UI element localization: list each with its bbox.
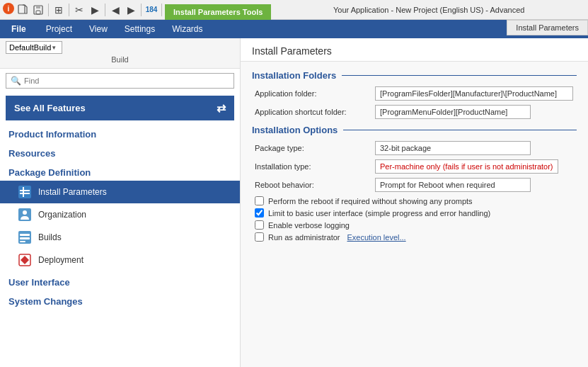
grid-icon[interactable]: ⊞	[52, 3, 66, 17]
search-input[interactable]	[24, 77, 229, 85]
app-folder-input[interactable]	[375, 86, 573, 101]
package-type-row: Package type: 32-bit package	[252, 141, 577, 155]
app-folder-label: Application folder:	[255, 89, 375, 98]
svg-rect-15	[20, 241, 25, 242]
build-dropdown-value: DefaultBuild	[9, 43, 51, 52]
install-type-value: Per-machine only (fails if user is not a…	[375, 159, 558, 174]
checkbox-basic-ui: Limit to basic user interface (simple pr…	[255, 208, 574, 218]
back-icon[interactable]: ◀	[108, 3, 122, 17]
svg-rect-4	[36, 6, 40, 9]
app-logo: i	[3, 3, 14, 16]
transfer-icon: ⇄	[217, 101, 226, 115]
menu-wizards[interactable]: Wizards	[163, 20, 211, 38]
reboot-value: Prompt for Reboot when required	[375, 178, 531, 192]
installation-options-title: Installation Options	[252, 125, 577, 135]
deployment-label: Deployment	[38, 255, 83, 265]
content-header: Install Parameters	[241, 38, 588, 62]
see-all-features-button[interactable]: See All Features ⇄	[6, 96, 234, 120]
checkbox-run-as-admin-input[interactable]	[255, 232, 264, 242]
build-label: Build	[6, 54, 234, 65]
build-section: DefaultBuild ▼ Build	[0, 38, 240, 69]
section-system-changes[interactable]: System Changes	[0, 290, 240, 310]
app-shortcut-input[interactable]	[375, 105, 531, 119]
checkbox-run-as-admin-label: Run as administrator	[268, 233, 340, 242]
number-icon[interactable]: 184	[144, 3, 158, 17]
menu-bar: File Project View Settings Wizards Insta…	[0, 20, 588, 38]
organization-icon	[17, 207, 33, 222]
install-parameters-label: Install Parameters	[38, 187, 107, 197]
app-shortcut-row: Application shortcut folder:	[252, 105, 577, 119]
sep1	[48, 4, 49, 16]
sep5	[161, 4, 162, 16]
builds-label: Builds	[38, 232, 62, 242]
section-user-interface[interactable]: User Interface	[0, 271, 240, 290]
installation-folders-section: Installation Folders Application folder:…	[252, 70, 577, 119]
sep2	[69, 4, 69, 16]
app-shortcut-label: Application shortcut folder:	[255, 108, 375, 116]
save-icon[interactable]	[31, 3, 45, 17]
main-layout: DefaultBuild ▼ Build 🔍 See All Features …	[0, 38, 588, 367]
package-type-value: 32-bit package	[375, 141, 531, 155]
section-product-information[interactable]: Product Information	[0, 123, 240, 142]
search-box[interactable]: 🔍	[6, 73, 234, 89]
nav-item-organization[interactable]: Organization	[0, 203, 240, 226]
organization-label: Organization	[38, 210, 86, 220]
section-resources[interactable]: Resources	[0, 142, 240, 162]
menu-settings[interactable]: Settings	[116, 20, 163, 38]
checkbox-verbose-label: Enable verbose logging	[268, 221, 350, 230]
svg-text:i: i	[8, 5, 10, 13]
build-dropdown[interactable]: DefaultBuild ▼	[6, 41, 62, 54]
app-folder-row: Application folder:	[252, 86, 577, 101]
reboot-row: Reboot behavior: Prompt for Reboot when …	[252, 178, 577, 192]
installation-folders-title: Installation Folders	[252, 70, 577, 81]
sidebar: DefaultBuild ▼ Build 🔍 See All Features …	[0, 38, 241, 367]
reboot-label: Reboot behavior:	[255, 181, 375, 189]
svg-rect-5	[36, 11, 40, 14]
menu-project[interactable]: Project	[38, 20, 81, 38]
see-all-features-label: See All Features	[14, 103, 86, 113]
tab-install-parameters-tools[interactable]: Install Parameters Tools	[165, 4, 271, 20]
menu-file[interactable]: File	[0, 20, 38, 38]
installation-options-section: Installation Options Package type: 32-bi…	[252, 125, 577, 242]
svg-point-11	[23, 210, 27, 215]
svg-rect-2	[18, 5, 25, 13]
checkbox-reboot-silent-label: Perform the reboot if required without s…	[268, 197, 473, 205]
checkbox-basic-ui-input[interactable]	[255, 208, 264, 218]
svg-rect-6	[18, 186, 31, 198]
menu-view[interactable]: View	[81, 20, 116, 38]
nav-item-deployment[interactable]: Deployment	[0, 249, 240, 271]
sep3	[105, 4, 105, 16]
install-type-row: Installation type: Per-machine only (fai…	[252, 159, 577, 174]
search-icon: 🔍	[11, 76, 21, 86]
cut-icon[interactable]: ✂	[72, 3, 86, 17]
builds-icon	[17, 230, 33, 245]
deployment-icon	[17, 252, 33, 268]
play-icon[interactable]: ▶	[88, 3, 102, 17]
checkbox-basic-ui-label: Limit to basic user interface (simple pr…	[268, 209, 490, 218]
execution-level-link[interactable]: Execution level...	[347, 233, 406, 242]
checkbox-reboot-silent: Perform the reboot if required without s…	[255, 196, 574, 205]
svg-rect-7	[20, 190, 30, 191]
svg-rect-9	[23, 187, 24, 197]
toolbar: i ⊞ ✂ ▶ ◀ ▶ 184 Install Parameters Tools…	[0, 0, 588, 20]
tab-install-parameters[interactable]: Install Parameters	[507, 20, 588, 35]
package-type-label: Package type:	[255, 144, 375, 152]
sep4	[141, 4, 142, 16]
svg-rect-14	[20, 237, 30, 239]
svg-rect-13	[20, 234, 30, 236]
checkbox-reboot-silent-input[interactable]	[255, 196, 264, 205]
content-area: Install Parameters Installation Folders …	[241, 38, 588, 367]
nav-item-install-parameters[interactable]: Install Parameters	[0, 181, 240, 203]
dropdown-arrow: ▼	[51, 45, 59, 51]
window-title: Your Application - New Project (English …	[272, 6, 585, 14]
forward-icon[interactable]: ▶	[124, 3, 138, 17]
checkbox-verbose: Enable verbose logging	[255, 220, 574, 230]
new-icon[interactable]	[16, 3, 30, 17]
install-parameters-icon	[17, 184, 33, 200]
nav-item-builds[interactable]: Builds	[0, 226, 240, 249]
svg-rect-8	[20, 193, 30, 194]
install-type-label: Installation type:	[255, 162, 375, 171]
section-package-definition[interactable]: Package Definition	[0, 162, 240, 181]
checkbox-run-as-admin: Run as administrator Execution level...	[255, 232, 574, 242]
checkbox-verbose-input[interactable]	[255, 220, 264, 230]
